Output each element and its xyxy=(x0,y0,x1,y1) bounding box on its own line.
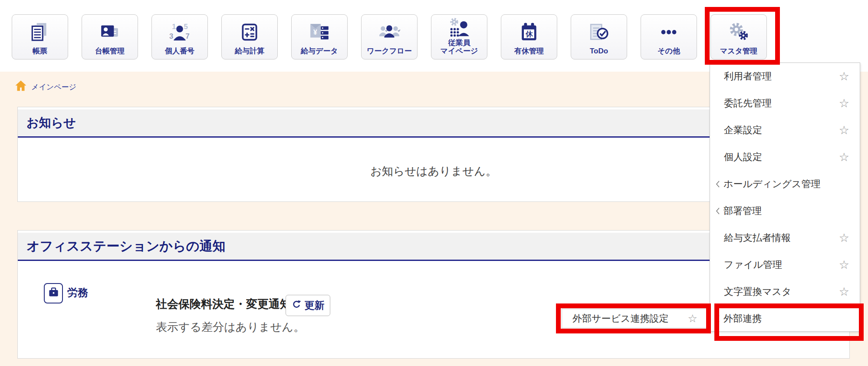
menu-item-label: 利用者管理 xyxy=(724,70,839,83)
star-icon[interactable]: ☆ xyxy=(839,259,849,271)
star-icon[interactable]: ☆ xyxy=(839,98,849,109)
svg-text:3: 3 xyxy=(169,32,173,40)
master-menu-item[interactable]: 個人設定☆ xyxy=(710,144,860,171)
toolbar: 帳票台帳管理1537個人番号給与計算¥給与データワークフロー従業員 マイページ休… xyxy=(12,14,767,59)
toolbar-button-label: 従業員 マイページ xyxy=(441,39,478,55)
master-menu-item[interactable]: 給与支払者情報☆ xyxy=(710,224,860,251)
chevron-left-icon xyxy=(716,207,720,215)
toolbar-button-my-number-person[interactable]: 1537個人番号 xyxy=(151,14,208,59)
refresh-icon xyxy=(292,300,302,311)
notification-empty-message: 表示する差分はありません。 xyxy=(156,320,305,335)
employee-mypage-icon xyxy=(448,14,470,39)
master-menu-item[interactable]: 委託先管理☆ xyxy=(710,90,860,117)
master-menu-item[interactable]: 文字置換マスタ☆ xyxy=(710,278,860,305)
briefcase-icon xyxy=(48,287,59,300)
notice-title: お知らせ xyxy=(26,115,76,131)
labor-category-label: 労務 xyxy=(67,286,88,300)
menu-item-label: ホールディングス管理 xyxy=(723,178,849,191)
breadcrumb-label: メインページ xyxy=(31,82,76,92)
toolbar-button-payroll-data[interactable]: ¥給与データ xyxy=(291,14,348,59)
master-menu-item[interactable]: 外部連携 xyxy=(710,305,860,332)
svg-text:¥: ¥ xyxy=(313,29,317,36)
payroll-data-icon: ¥ xyxy=(309,15,330,47)
master-menu-item[interactable]: 部署管理 xyxy=(710,198,860,224)
star-icon[interactable]: ☆ xyxy=(839,125,849,136)
star-icon[interactable]: ☆ xyxy=(839,286,849,298)
toolbar-button-workflow-people[interactable]: ワークフロー xyxy=(361,14,418,59)
menu-item-label: 給与支払者情報 xyxy=(724,231,839,244)
labor-category-badge xyxy=(44,283,63,303)
breadcrumb[interactable]: メインページ xyxy=(14,79,76,94)
svg-text:休: 休 xyxy=(525,30,533,38)
star-icon[interactable]: ☆ xyxy=(839,71,849,82)
toolbar-button-leave-calendar[interactable]: 休有休管理 xyxy=(501,14,557,59)
toolbar-button-label: ワークフロー xyxy=(367,47,412,55)
svg-text:7: 7 xyxy=(186,32,190,40)
toolbar-button-label: 台帳管理 xyxy=(95,47,125,55)
menu-item-label: 外部連携 xyxy=(723,312,849,325)
master-menu-item[interactable]: 企業設定☆ xyxy=(710,117,860,144)
ledger-card-icon xyxy=(99,15,121,47)
toolbar-button-label: 給与データ xyxy=(301,47,338,55)
toolbar-button-label: ToDo xyxy=(590,47,608,55)
toolbar-button-master-gears[interactable]: マスタ管理 xyxy=(710,14,767,59)
home-icon xyxy=(14,79,27,94)
menu-item-label: 文字置換マスタ xyxy=(724,285,839,298)
toolbar-button-label: マスタ管理 xyxy=(720,47,757,55)
leave-calendar-icon: 休 xyxy=(518,15,540,47)
toolbar-button-label: その他 xyxy=(658,47,680,55)
menu-item-label: 企業設定 xyxy=(724,124,839,137)
workflow-people-icon xyxy=(378,15,400,47)
master-menu: 利用者管理☆委託先管理☆企業設定☆個人設定☆ホールディングス管理部署管理給与支払… xyxy=(710,63,860,332)
toolbar-button-ellipsis[interactable]: その他 xyxy=(641,14,697,59)
toolbar-button-ledger-card[interactable]: 台帳管理 xyxy=(82,14,138,59)
notification-item-title: 社会保険料決定・変更通知書 xyxy=(156,297,302,312)
update-button-label: 更新 xyxy=(305,299,325,312)
calculator-icon xyxy=(239,15,260,47)
master-menu-item[interactable]: ホールディングス管理 xyxy=(710,171,860,198)
star-icon[interactable]: ☆ xyxy=(688,313,697,324)
chevron-left-icon xyxy=(716,315,720,323)
toolbar-button-label: 個人番号 xyxy=(165,47,194,55)
main-page: 帳票台帳管理1537個人番号給与計算¥給与データワークフロー従業員 マイページ休… xyxy=(0,0,868,366)
toolbar-button-todo-check[interactable]: ToDo xyxy=(571,14,627,59)
master-gears-icon xyxy=(728,15,750,47)
menu-item-label: 個人設定 xyxy=(724,151,839,164)
ellipsis-icon xyxy=(658,15,680,47)
toolbar-button-employee-mypage[interactable]: 従業員 マイページ xyxy=(431,14,487,59)
todo-check-icon xyxy=(588,15,610,47)
flyout-item-label[interactable]: 外部サービス連携設定 xyxy=(572,312,688,325)
master-menu-item[interactable]: 利用者管理☆ xyxy=(710,63,860,90)
update-button[interactable]: 更新 xyxy=(286,295,330,316)
toolbar-button-label: 給与計算 xyxy=(235,47,264,55)
menu-item-label: 部署管理 xyxy=(723,204,849,218)
toolbar-button-label: 有休管理 xyxy=(514,47,544,55)
toolbar-button-label: 帳票 xyxy=(33,47,47,55)
menu-item-label: ファイル管理 xyxy=(724,258,839,271)
flyout-menu: 外部サービス連携設定☆ xyxy=(562,309,709,328)
notification-title: オフィスステーションからの通知 xyxy=(26,237,225,255)
star-icon[interactable]: ☆ xyxy=(839,232,849,244)
svg-text:1: 1 xyxy=(172,23,176,31)
documents-icon xyxy=(29,15,51,47)
menu-item-label: 委託先管理 xyxy=(724,97,839,110)
toolbar-button-calculator[interactable]: 給与計算 xyxy=(221,14,278,59)
chevron-left-icon xyxy=(716,180,720,188)
svg-text:5: 5 xyxy=(184,23,187,31)
star-icon[interactable]: ☆ xyxy=(839,152,849,163)
toolbar-button-documents[interactable]: 帳票 xyxy=(12,14,68,59)
my-number-person-icon: 1537 xyxy=(169,15,191,47)
master-menu-item[interactable]: ファイル管理☆ xyxy=(710,251,860,278)
